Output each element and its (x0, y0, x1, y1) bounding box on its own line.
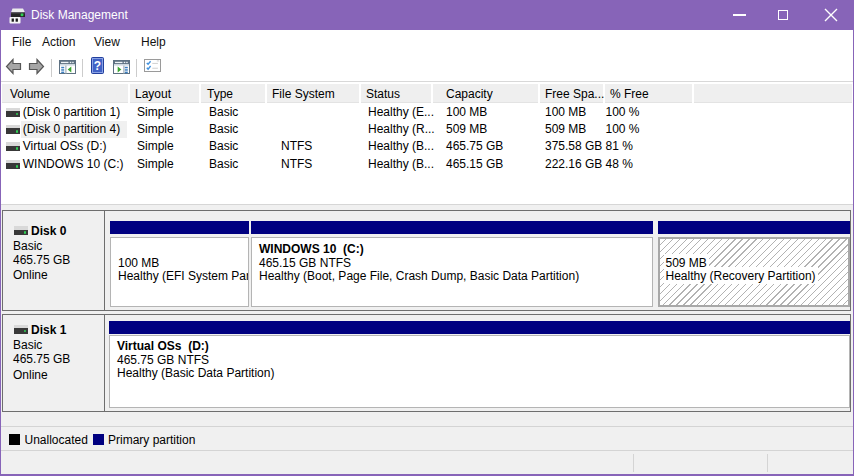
svg-text:?: ? (94, 59, 101, 73)
